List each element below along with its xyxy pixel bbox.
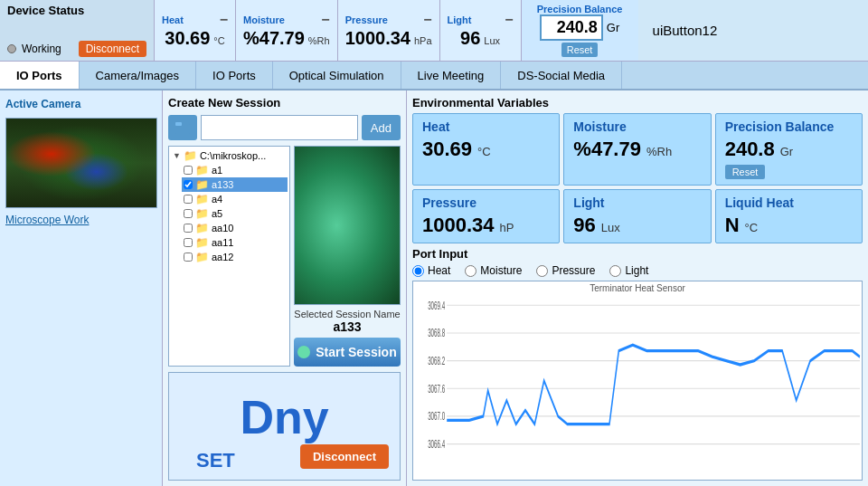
tree-item-a4[interactable]: 📁 a4 [182, 192, 288, 206]
radio-pressure[interactable] [536, 265, 548, 277]
right-panel: Environmental Variables Heat 30.69 °C Mo… [407, 91, 868, 486]
file-tree[interactable]: ▼ 📁 C:\mikroskop... 📁 a1 📁 a133 [168, 146, 290, 367]
radio-moisture-text: Moisture [480, 264, 522, 277]
root-folder-icon: 📁 [184, 149, 197, 162]
radio-pressure-label[interactable]: Pressure [536, 264, 595, 277]
tree-checkbox-aa10[interactable] [184, 224, 193, 233]
tree-checkbox-a1[interactable] [184, 166, 193, 175]
tree-checkbox-a5[interactable] [184, 209, 193, 218]
folder-icon-a133: 📁 [195, 178, 209, 191]
heat-value: 30.69 [165, 28, 210, 49]
tree-checkbox-a4[interactable] [184, 195, 193, 204]
radio-heat[interactable] [412, 265, 424, 277]
heat-unit: °C [213, 35, 224, 46]
port-input-title: Port Input [412, 247, 863, 261]
env-light-unit: Lux [601, 221, 620, 234]
microscope-work-link[interactable]: Microscope Work [5, 214, 156, 226]
folder-icon-a1: 📁 [195, 164, 209, 176]
folder-icon-a5: 📁 [195, 207, 209, 220]
precision-input[interactable] [540, 14, 603, 41]
env-heat-card: Heat 30.69 °C [412, 113, 560, 186]
tree-checkbox-a133[interactable] [184, 180, 193, 189]
tree-label-a133: a133 [212, 179, 233, 190]
logo-ny: ny [274, 394, 329, 441]
folder-icon-a4: 📁 [195, 193, 209, 205]
tree-label-aa11: aa11 [212, 237, 233, 248]
radio-pressure-text: Pressure [552, 264, 595, 277]
tab-ds-social-media[interactable]: DS-Social Media [501, 62, 622, 89]
top-disconnect-button[interactable]: Disconnect [79, 41, 146, 57]
env-pressure-unit: hP [500, 221, 514, 234]
env-precision-title: Precision Balance [725, 119, 853, 134]
env-light-title: Light [573, 195, 701, 210]
env-liquid-heat-unit: °C [745, 221, 759, 234]
tree-checkbox-aa11[interactable] [184, 238, 193, 247]
tab-camera-images[interactable]: Camera/Images [80, 62, 196, 89]
tree-item-aa12[interactable]: 📁 aa12 [182, 250, 288, 264]
tree-item-aa10[interactable]: 📁 aa10 [182, 221, 288, 235]
env-title: Environmental Variables [412, 96, 863, 110]
tree-item-a5[interactable]: 📁 a5 [182, 206, 288, 221]
folder-icon-aa11: 📁 [195, 236, 209, 249]
pressure-unit: hPa [414, 35, 432, 46]
tab-optical-simulation[interactable]: Optical Simulation [273, 62, 401, 89]
env-heat-value: 30.69 [422, 138, 472, 161]
pressure-value: 1000.34 [345, 28, 410, 49]
heat-sensor-block: Heat − 30.69 °C [154, 0, 235, 61]
tree-label-a5: a5 [212, 208, 222, 219]
env-precision-value: 240.8 [725, 138, 775, 161]
tree-root-item[interactable]: ▼ 📁 C:\mikroskop... [171, 148, 288, 163]
moisture-minus-icon[interactable]: − [321, 12, 329, 28]
env-liquid-heat-card: Liquid Heat N °C [715, 189, 863, 243]
start-circle-icon [297, 346, 310, 358]
uibutton-label: uiButton12 [653, 23, 718, 38]
create-session-title: Create New Session [168, 96, 401, 110]
precision-reset-button[interactable]: Reset [561, 43, 599, 57]
svg-text:3069.4: 3069.4 [428, 299, 445, 311]
sidebar: Active Camera Microscope Work [0, 91, 163, 486]
radio-moisture-label[interactable]: Moisture [465, 264, 522, 277]
start-session-label: Start Session [316, 345, 396, 359]
radio-moisture[interactable] [465, 265, 476, 277]
radio-light-label[interactable]: Light [609, 264, 648, 277]
heat-label: Heat [162, 14, 184, 25]
radio-light-text: Light [625, 264, 648, 277]
env-pressure-value: 1000.34 [422, 214, 495, 237]
tab-live-meeting[interactable]: Live Meeting [401, 62, 502, 89]
add-session-button[interactable]: Add [362, 115, 401, 140]
tab-io-ports-1[interactable]: IO Ports [0, 62, 80, 89]
env-precision-reset-button[interactable]: Reset [725, 165, 766, 179]
tree-item-a1[interactable]: 📁 a1 [182, 163, 288, 177]
session-name-input[interactable] [201, 115, 358, 140]
session-preview-image [294, 146, 401, 305]
camera-preview [5, 118, 157, 208]
radio-heat-label[interactable]: Heat [412, 264, 450, 277]
tree-label-aa10: aa10 [212, 223, 233, 233]
start-session-button[interactable]: Start Session [294, 338, 401, 367]
moisture-value: %47.79 [243, 28, 305, 49]
heat-minus-icon[interactable]: − [220, 12, 228, 28]
pressure-label: Pressure [345, 14, 388, 25]
radio-heat-text: Heat [428, 264, 450, 277]
moisture-sensor-block: Moisture − %47.79 %Rh [235, 0, 337, 61]
logo-disconnect-button[interactable]: Disconnect [300, 444, 389, 469]
center-panel: Create New Session Add ▼ 📁 C:\mikroskop.… [163, 91, 407, 486]
svg-text:3068.2: 3068.2 [428, 354, 445, 367]
env-precision-card: Precision Balance 240.8 Gr Reset [715, 113, 863, 186]
radio-light[interactable] [609, 265, 621, 277]
tree-checkbox-aa12[interactable] [184, 253, 193, 262]
tree-item-a133[interactable]: 📁 a133 [182, 177, 288, 192]
nav-tabs: IO Ports Camera/Images IO Ports Optical … [0, 62, 868, 91]
tree-label-aa12: aa12 [212, 252, 233, 262]
tab-io-ports-2[interactable]: IO Ports [196, 62, 273, 89]
uibutton-block: uiButton12 [638, 0, 868, 61]
light-minus-icon[interactable]: − [505, 12, 513, 28]
tree-arrow-root: ▼ [173, 151, 181, 160]
device-status-title: Device Status [7, 4, 146, 17]
selected-session-name: a133 [294, 319, 401, 334]
tree-item-aa11[interactable]: 📁 aa11 [182, 235, 288, 250]
chart-container: Terminator Heat Sensor 3069.4 3068.8 306… [412, 281, 863, 481]
pressure-minus-icon[interactable]: − [423, 12, 431, 28]
svg-text:3067.0: 3067.0 [428, 410, 445, 423]
session-icon-button[interactable] [168, 115, 197, 140]
